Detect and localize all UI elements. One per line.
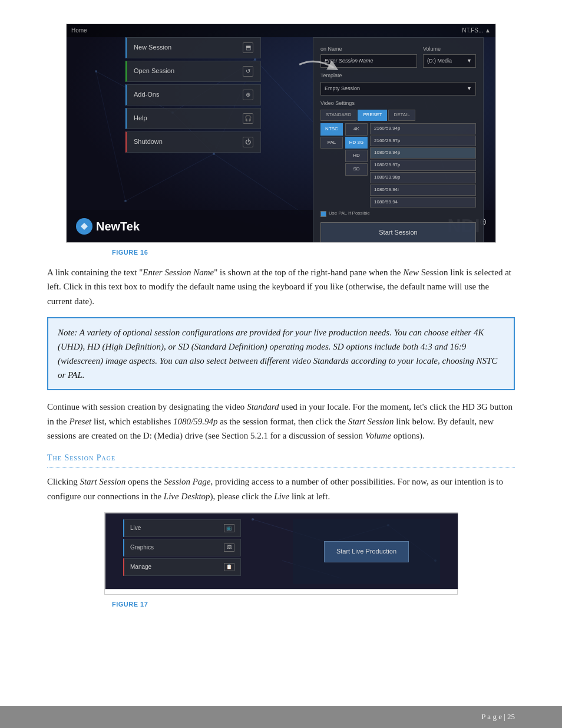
topbar-home: Home (71, 26, 87, 35)
menu-shutdown[interactable]: Shutdown ⏻ (125, 131, 261, 153)
volume-select[interactable]: (D:) Media ▼ (423, 54, 476, 67)
svg-point-12 (95, 70, 97, 73)
page-footer: P a g e | 25 (0, 706, 562, 728)
standard-col: NTSC PAL (320, 123, 343, 208)
detail-7[interactable]: 1080/59.94 (370, 197, 476, 208)
video-settings-tabs: STANDARD PRESET DETAIL (320, 110, 476, 121)
menu-help[interactable]: Help 🎧 (125, 108, 261, 129)
fig17-right-panel: Start Live Production (293, 519, 440, 584)
fig17-bg: Live 📺 Graphics 🖼 Manage 📋 Start Live Pr… (105, 513, 458, 589)
fig16-bg: Home NT.FS... ▲ New Session (67, 24, 495, 242)
add-ons-icon: ⊕ (243, 90, 253, 100)
section-heading: The Session Page (47, 452, 515, 467)
detail-5[interactable]: 1080/23.98p (370, 172, 476, 183)
detail-6[interactable]: 1080/59.94i (370, 185, 476, 196)
menu-open-session[interactable]: Open Session ↺ (125, 61, 261, 82)
video-grid: NTSC PAL 4K HD 3G HD SD 2160/59.94p 2160… (320, 123, 476, 208)
volume-label: Volume (423, 45, 476, 53)
graphics-icon: 🖼 (224, 543, 234, 552)
menu-new-session[interactable]: New Session ⬒ (125, 37, 261, 58)
detail-3[interactable]: 1080/59.94p (370, 147, 476, 159)
section-para: Clicking Start Session opens the Session… (47, 475, 515, 504)
svg-line-7 (96, 71, 125, 201)
detail-2[interactable]: 2160/29.97p (370, 136, 476, 147)
detail-4[interactable]: 1080/29.97p (370, 160, 476, 171)
fig17-left-panel: Live 📺 Graphics 🖼 Manage 📋 (123, 519, 241, 578)
btn-ntsc[interactable]: NTSC (320, 123, 343, 136)
newtek-logo-icon (76, 218, 92, 235)
fig17-menu-manage[interactable]: Manage 📋 (123, 558, 241, 576)
btn-sd[interactable]: SD (345, 163, 368, 176)
pal-cb-box[interactable] (320, 211, 326, 217)
menu-add-ons[interactable]: Add-Ons ⊕ (125, 84, 261, 106)
svg-point-18 (124, 200, 127, 202)
video-settings-label: Video Settings (320, 99, 476, 107)
start-live-production-button[interactable]: Start Live Production (324, 541, 409, 562)
body-para1: A link containing the text "Enter Sessio… (47, 265, 515, 309)
btn-hd3g[interactable]: HD 3G (345, 137, 368, 149)
figure16-screenshot: Home NT.FS... ▲ New Session (66, 24, 496, 243)
body-para2: Continue with session creation by design… (47, 400, 515, 443)
svg-line-6 (214, 154, 302, 213)
svg-point-25 (252, 518, 254, 521)
open-session-icon: ↺ (243, 66, 253, 77)
btn-hd[interactable]: HD (345, 150, 368, 162)
tab-standard[interactable]: STANDARD (320, 110, 356, 121)
live-icon: 📺 (224, 524, 234, 532)
btn-4k[interactable]: 4K (345, 123, 368, 136)
fig16-left-panel: New Session ⬒ Open Session ↺ Add-Ons ⊕ H… (125, 37, 261, 155)
note-box: Note: A variety of optional session conf… (47, 317, 515, 390)
detail-col: 2160/59.94p 2160/29.97p 1080/59.94p 1080… (370, 123, 476, 208)
preset-col: 4K HD 3G HD SD (345, 123, 368, 208)
figure17-screenshot-container: Live 📺 Graphics 🖼 Manage 📋 Start Live Pr… (104, 512, 458, 595)
tab-detail[interactable]: DETAIL (388, 110, 415, 121)
figure16-label: FIGURE 16 (112, 248, 515, 258)
new-session-icon: ⬒ (243, 42, 253, 53)
start-session-button[interactable]: Start Session (320, 222, 476, 242)
help-icon: 🎧 (243, 113, 253, 124)
pal-checkbox: Use PAL If Possible (320, 210, 476, 218)
figure17-label: FIGURE 17 (112, 599, 515, 610)
fig17-menu-graphics[interactable]: Graphics 🖼 (123, 539, 241, 556)
fig16-topbar: Home NT.FS... ▲ (67, 24, 495, 37)
svg-line-5 (125, 154, 214, 201)
page-number: P a g e | 25 (481, 711, 515, 723)
tab-preset[interactable]: PRESET (358, 110, 387, 121)
fig17-menu-live[interactable]: Live 📺 (123, 519, 241, 537)
newtek-logo: NewTek (76, 217, 140, 236)
manage-icon: 📋 (224, 563, 234, 571)
btn-pal[interactable]: PAL (320, 137, 343, 149)
page-wrapper: Home NT.FS... ▲ New Session (0, 0, 562, 641)
shutdown-icon: ⏻ (243, 137, 253, 147)
detail-1[interactable]: 2160/59.94p (370, 123, 476, 134)
topbar-right: NT.FS... ▲ (462, 26, 491, 35)
